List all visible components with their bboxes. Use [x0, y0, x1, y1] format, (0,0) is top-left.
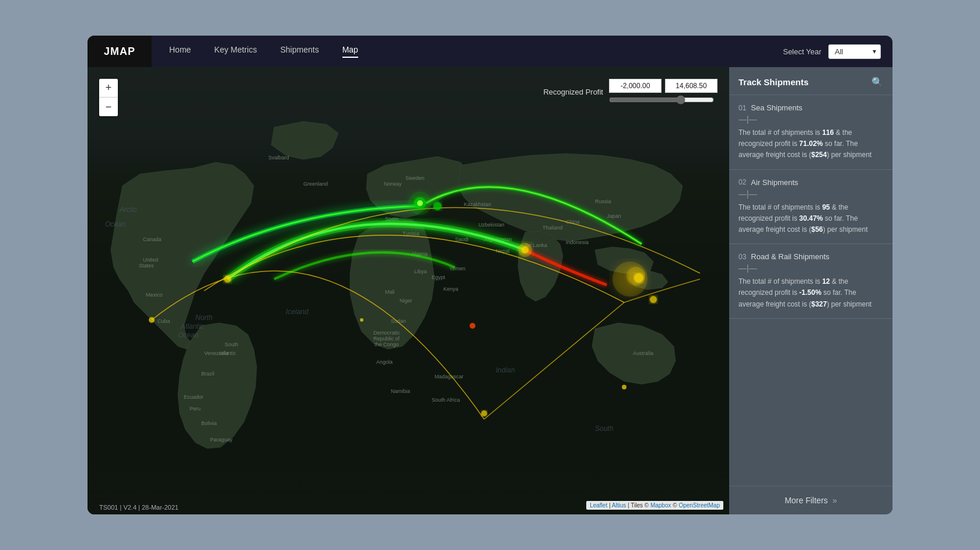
air-shipments-num: 02 — [738, 178, 746, 186]
svg-text:South: South — [595, 424, 614, 433]
profit-filter-label: Recognized Profit — [543, 88, 603, 96]
map-attribution: Leaflet | Altius | Tiles © Mapbox © Open… — [586, 501, 723, 510]
svg-text:Republic of: Republic of — [373, 336, 400, 342]
svg-text:Indonesia: Indonesia — [566, 239, 589, 245]
svg-text:Ocean: Ocean — [178, 331, 199, 339]
svg-text:Thailand: Thailand — [542, 225, 563, 231]
road-rail-shipments-num: 03 — [738, 253, 746, 261]
air-shipments-desc: The total # of shipments is 95 & the rec… — [738, 202, 883, 236]
svg-text:Greenland: Greenland — [303, 181, 328, 187]
svg-text:Atlantic: Atlantic — [219, 350, 236, 356]
road-rail-shipments-desc: The total # of shipments is 12 & the rec… — [738, 276, 883, 310]
sea-shipments-desc: The total # of shipments is 116 & the re… — [738, 127, 883, 161]
svg-point-69 — [650, 296, 657, 303]
more-filters-button[interactable]: More Filters — [785, 496, 828, 505]
air-shipments-type: Air Shipments — [751, 178, 798, 187]
year-select[interactable]: All 2021 2020 2019 — [828, 44, 881, 59]
map-section: Arctic Ocean North Atlantic Ocean Indian… — [88, 67, 729, 514]
leaflet-link[interactable]: Leaflet — [590, 502, 607, 509]
sea-shipments-num: 01 — [738, 104, 746, 112]
profit-min-input[interactable] — [609, 79, 662, 93]
dash-icon: —|— — [738, 114, 757, 124]
svg-point-57 — [417, 200, 423, 206]
svg-text:Bolivia: Bolivia — [201, 420, 217, 426]
altius-link[interactable]: Altius — [612, 502, 626, 509]
road-rail-shipments-header: 03 Road & Rail Shipments — [738, 252, 883, 261]
road-rail-shipments-icon: —|— — [738, 263, 883, 273]
svg-point-63 — [634, 273, 643, 283]
svg-text:Japan: Japan — [607, 213, 621, 219]
svg-text:Australia: Australia — [633, 350, 653, 356]
svg-text:Madagascar: Madagascar — [435, 374, 464, 380]
sea-shipments-icon: —|— — [738, 114, 883, 124]
svg-text:Svalbard: Svalbard — [268, 155, 289, 161]
svg-text:United: United — [143, 257, 158, 263]
sea-shipments-type: Sea Shipments — [751, 103, 802, 112]
svg-text:Atlantic: Atlantic — [180, 322, 204, 330]
mapbox-link[interactable]: Mapbox — [650, 502, 671, 509]
search-icon-button[interactable]: 🔍 — [872, 76, 883, 88]
profit-max-input[interactable] — [665, 79, 718, 93]
nav-key-metrics[interactable]: Key Metrics — [214, 45, 257, 58]
svg-text:Angola: Angola — [376, 359, 393, 365]
version-text: TS001 | V2.4 | 28-Mar-2021 — [99, 504, 178, 511]
svg-point-64 — [149, 317, 155, 323]
nav-links: Home Key Metrics Shipments Map — [169, 45, 783, 58]
svg-text:Niger: Niger — [400, 298, 412, 304]
svg-text:Kenya: Kenya — [443, 286, 459, 292]
profit-filter: Recognized Profit — [543, 79, 718, 105]
svg-text:Sweden: Sweden — [405, 175, 425, 181]
svg-text:Egypt: Egypt — [432, 274, 446, 280]
right-sidebar: Track Shipments 🔍 01 Sea Shipments —|— T… — [729, 67, 892, 514]
map-canvas: Arctic Ocean North Atlantic Ocean Indian… — [88, 67, 729, 514]
sidebar-header: Track Shipments 🔍 — [729, 67, 892, 95]
nav-map[interactable]: Map — [342, 45, 358, 58]
top-nav: JMAP Home Key Metrics Shipments Map Sele… — [88, 36, 892, 67]
zoom-controls: + − — [99, 79, 118, 116]
app-footer: TS001 | V2.4 | 28-Mar-2021 — [99, 504, 178, 511]
sea-shipments-header: 01 Sea Shipments — [738, 103, 883, 112]
svg-text:Uzbekistan: Uzbekistan — [478, 222, 505, 228]
air-shipments-card: 02 Air Shipments —|— The total # of ship… — [729, 170, 892, 245]
svg-text:Cuba: Cuba — [158, 318, 170, 324]
profit-inputs-row — [609, 79, 718, 93]
svg-text:Libya: Libya — [414, 269, 427, 274]
svg-text:Arctic: Arctic — [119, 206, 137, 214]
svg-text:the Congo: the Congo — [374, 342, 399, 347]
svg-point-60 — [522, 246, 528, 253]
svg-text:Indian: Indian — [496, 366, 515, 374]
svg-point-66 — [481, 410, 487, 416]
svg-text:Paraguay: Paraguay — [210, 437, 233, 443]
road-rail-shipments-card: 03 Road & Rail Shipments —|— The total #… — [729, 244, 892, 319]
select-year-label: Select Year — [783, 47, 821, 56]
svg-text:Russia: Russia — [595, 199, 611, 204]
nav-home[interactable]: Home — [169, 45, 191, 58]
profit-range-slider[interactable] — [609, 95, 714, 105]
svg-point-58 — [433, 202, 442, 210]
air-shipments-header: 02 Air Shipments — [738, 178, 883, 187]
svg-text:Brazil: Brazil — [201, 371, 215, 377]
svg-text:Mali: Mali — [385, 289, 395, 295]
svg-text:North: North — [195, 314, 213, 322]
svg-text:Norway: Norway — [384, 181, 402, 187]
map-svg: Arctic Ocean North Atlantic Ocean Indian… — [88, 67, 729, 514]
svg-text:Sudan: Sudan — [391, 318, 406, 324]
nav-shipments[interactable]: Shipments — [280, 45, 318, 58]
svg-text:Ecuador: Ecuador — [184, 394, 204, 400]
osm-link[interactable]: OpenStreetMap — [678, 502, 720, 509]
svg-point-67 — [360, 318, 363, 322]
more-filters-arrow: » — [832, 496, 837, 505]
logo-box: JMAP — [88, 36, 152, 67]
svg-text:Mexico: Mexico — [146, 292, 163, 298]
main-area: Arctic Ocean North Atlantic Ocean Indian… — [88, 67, 892, 514]
svg-text:Ocean: Ocean — [105, 220, 126, 228]
svg-text:Peru: Peru — [190, 406, 201, 412]
zoom-in-button[interactable]: + — [99, 79, 118, 98]
dash-icon-3: —|— — [738, 263, 757, 273]
zoom-out-button[interactable]: − — [99, 98, 118, 116]
logo: JMAP — [104, 46, 135, 58]
year-select-wrapper: All 2021 2020 2019 — [828, 44, 881, 59]
road-rail-shipments-type: Road & Rail Shipments — [751, 252, 829, 261]
profit-slider-container — [609, 79, 718, 105]
sea-shipments-card: 01 Sea Shipments —|— The total # of ship… — [729, 95, 892, 170]
